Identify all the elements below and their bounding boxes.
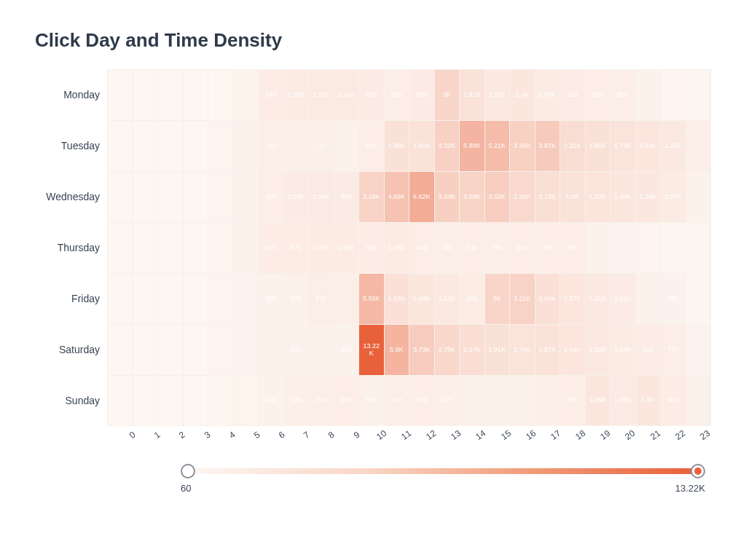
heatmap-cell[interactable]: 2.31K	[560, 120, 585, 171]
heatmap-cell[interactable]: 2.04K	[535, 273, 560, 324]
heatmap-cell[interactable]: 3.09K	[459, 171, 484, 222]
heatmap-cell[interactable]	[157, 69, 183, 120]
heatmap-cell[interactable]	[183, 273, 208, 324]
heatmap-cell[interactable]: 1.54K	[560, 324, 585, 375]
heatmap-cell[interactable]: 5.55K	[358, 273, 384, 324]
heatmap-cell[interactable]: 1.16K	[308, 69, 334, 120]
heatmap-cell[interactable]	[107, 171, 133, 222]
heatmap-cell[interactable]	[107, 69, 133, 120]
heatmap-cell[interactable]: 943	[258, 69, 283, 120]
heatmap-cell[interactable]: 1.05K	[283, 69, 309, 120]
heatmap-cell[interactable]	[610, 222, 635, 273]
heatmap-cell[interactable]	[233, 375, 259, 426]
heatmap-cell[interactable]	[233, 120, 259, 171]
heatmap-cell[interactable]	[208, 273, 233, 324]
heatmap-cell[interactable]: 3.44K	[434, 171, 460, 222]
heatmap-cell[interactable]: 4.66K	[384, 171, 409, 222]
heatmap-cell[interactable]: 756	[484, 222, 510, 273]
heatmap-cell[interactable]: 3K	[434, 69, 460, 120]
heatmap-cell[interactable]: 1.49K	[610, 171, 635, 222]
heatmap-cell[interactable]: 2.17K	[459, 324, 484, 375]
heatmap-cell[interactable]: 1.54K	[635, 120, 661, 171]
heatmap-cell[interactable]: 1.09K	[610, 375, 635, 426]
heatmap-cell[interactable]: 741	[258, 120, 283, 171]
heatmap-cell[interactable]: 1.62K	[585, 171, 610, 222]
heatmap-cell[interactable]	[157, 222, 183, 273]
heatmap-cell[interactable]	[334, 120, 359, 171]
heatmap-cell[interactable]: 989	[409, 69, 434, 120]
heatmap-cell[interactable]	[107, 222, 133, 273]
heatmap-cell[interactable]: 912	[560, 69, 585, 120]
heatmap-cell[interactable]: 1.31K	[585, 273, 610, 324]
heatmap-cell[interactable]	[686, 273, 711, 324]
heatmap-cell[interactable]: 1.89K	[384, 120, 409, 171]
heatmap-cell[interactable]: 848	[384, 375, 409, 426]
heatmap-cell[interactable]: 986	[459, 273, 484, 324]
heatmap-cell[interactable]: 1.04K	[610, 324, 635, 375]
heatmap-cell[interactable]	[635, 273, 661, 324]
heatmap-cell[interactable]	[233, 273, 259, 324]
heatmap-cell[interactable]: 770	[660, 324, 686, 375]
heatmap-cell[interactable]	[183, 222, 208, 273]
heatmap-cell[interactable]: 1.76K	[509, 324, 535, 375]
heatmap-cell[interactable]: 1.45K	[585, 375, 610, 426]
heatmap-cell[interactable]: 1.05K	[308, 222, 334, 273]
heatmap-cell[interactable]: 715	[308, 120, 334, 171]
heatmap-cell[interactable]	[183, 69, 208, 120]
heatmap-cell[interactable]	[459, 375, 484, 426]
heatmap-cell[interactable]: 1.22K	[434, 273, 460, 324]
heatmap-cell[interactable]: 1.57K	[560, 273, 585, 324]
heatmap-cell[interactable]	[107, 120, 133, 171]
heatmap-cell[interactable]: 1.01K	[610, 273, 635, 324]
heatmap-cell[interactable]	[686, 222, 711, 273]
heatmap-cell[interactable]: 851	[560, 222, 585, 273]
heatmap-cell[interactable]: 6.62K	[409, 171, 434, 222]
heatmap-cell[interactable]: 807	[610, 69, 635, 120]
heatmap-cell[interactable]: 995	[358, 69, 384, 120]
heatmap-cell[interactable]: 1.05K	[334, 222, 359, 273]
legend-handle-min[interactable]	[181, 464, 195, 478]
heatmap-cell[interactable]: 2.78K	[434, 324, 460, 375]
heatmap-cell[interactable]: 5.88K	[459, 120, 484, 171]
heatmap-cell[interactable]	[157, 120, 183, 171]
heatmap-cell[interactable]	[208, 69, 233, 120]
heatmap-cell[interactable]: 1.8K	[560, 171, 585, 222]
heatmap-cell[interactable]	[107, 375, 133, 426]
heatmap-cell[interactable]	[686, 375, 711, 426]
heatmap-cell[interactable]	[157, 171, 183, 222]
heatmap-cell[interactable]	[133, 120, 158, 171]
heatmap-cell[interactable]	[183, 324, 208, 375]
heatmap-cell[interactable]	[258, 324, 283, 375]
heatmap-cell[interactable]: 720	[283, 375, 309, 426]
heatmap-cell[interactable]	[133, 324, 158, 375]
heatmap-cell[interactable]: 2.59K	[509, 171, 535, 222]
heatmap-cell[interactable]	[686, 120, 711, 171]
heatmap-cell[interactable]	[208, 120, 233, 171]
heatmap-cell[interactable]: 1.4K	[635, 375, 661, 426]
heatmap-cell[interactable]	[535, 375, 560, 426]
heatmap-cell[interactable]: 900	[660, 375, 686, 426]
heatmap-cell[interactable]	[308, 324, 334, 375]
heatmap-cell[interactable]: 1.38K	[635, 171, 661, 222]
heatmap-cell[interactable]: 1.05K	[384, 222, 409, 273]
heatmap-cell[interactable]	[233, 171, 259, 222]
heatmap-cell[interactable]	[686, 171, 711, 222]
heatmap-cell[interactable]: 1.97K	[384, 273, 409, 324]
heatmap-cell[interactable]: 870	[308, 273, 334, 324]
heatmap-cell[interactable]	[233, 222, 259, 273]
heatmap-cell[interactable]: 430	[258, 375, 283, 426]
heatmap-cell[interactable]	[509, 375, 535, 426]
heatmap-cell[interactable]: 810	[509, 222, 535, 273]
heatmap-cell[interactable]: 570	[283, 273, 309, 324]
heatmap-cell[interactable]: 590	[358, 375, 384, 426]
heatmap-cell[interactable]: 1.32K	[484, 69, 510, 120]
heatmap-cell[interactable]: 707	[434, 375, 460, 426]
heatmap-cell[interactable]	[183, 171, 208, 222]
heatmap-cell[interactable]: 846	[409, 222, 434, 273]
heatmap-cell[interactable]	[133, 171, 158, 222]
heatmap-cell[interactable]: 390	[258, 273, 283, 324]
heatmap-cell[interactable]	[208, 222, 233, 273]
heatmap-cell[interactable]: 3.18K	[358, 171, 384, 222]
heatmap-cell[interactable]: 1.22K	[585, 324, 610, 375]
heatmap-cell[interactable]	[133, 273, 158, 324]
